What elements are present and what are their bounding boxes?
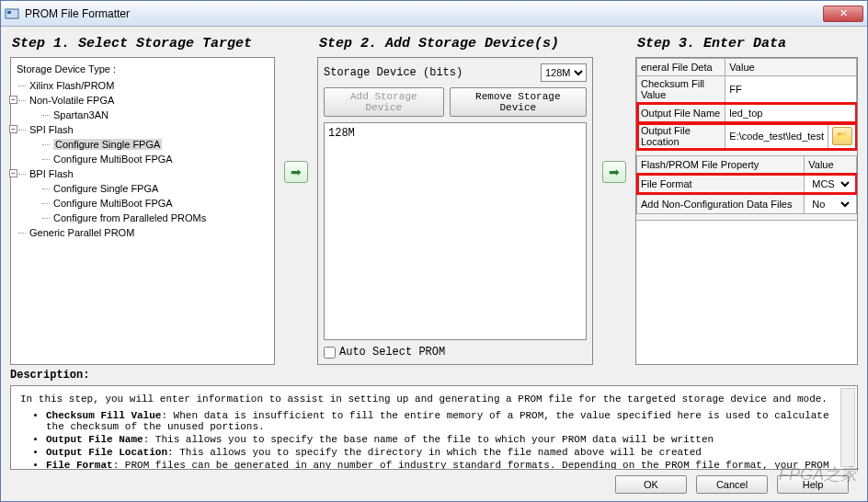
step3-panel: eneral File DetaValue Checksum Fill Valu… <box>635 57 858 365</box>
tree-item-selected: Configure Single FPGA <box>53 139 162 150</box>
arrow-right-icon: ➡ <box>609 165 620 179</box>
desc-bullet: Output File Location: This allows you to… <box>46 447 848 458</box>
arrow-right-icon: ➡ <box>291 165 302 179</box>
prop-label: File Format <box>637 174 805 194</box>
description-box: In this step, you will enter information… <box>10 385 858 470</box>
step2-header: Step 2. Add Storage Device(s) <box>317 32 593 57</box>
tree-item[interactable]: Spartan3AN <box>42 108 268 122</box>
prop-label: Output File Name <box>637 103 725 123</box>
desc-bullet: File Format: PROM files can be generated… <box>46 460 848 470</box>
close-button[interactable]: ✕ <box>823 6 863 22</box>
col-header: Value <box>725 59 857 76</box>
collapse-icon[interactable]: − <box>9 96 17 104</box>
checksum-input[interactable] <box>729 84 852 95</box>
window-title: PROM File Formatter <box>25 7 823 20</box>
output-location-input[interactable] <box>729 131 824 142</box>
step2-panel: Storage Device (bits) 128M Add Storage D… <box>317 57 593 365</box>
prop-label: Output File Location <box>637 123 725 150</box>
prop-label: Add Non-Configuration Data Files <box>637 194 805 214</box>
col-header: Value <box>805 156 857 174</box>
output-filename-input[interactable] <box>729 108 852 119</box>
tree-item[interactable]: Configure Single FPGA <box>42 137 268 152</box>
scrollbar[interactable] <box>840 388 855 467</box>
tree-item[interactable]: Configure MultiBoot FPGA <box>42 196 268 211</box>
collapse-icon[interactable]: − <box>9 125 17 133</box>
arrow-right-button[interactable]: ➡ <box>284 161 308 183</box>
general-file-table: eneral File DetaValue Checksum Fill Valu… <box>636 58 857 150</box>
remove-storage-button[interactable]: Remove Storage Device <box>450 87 587 117</box>
step1-panel: Storage Device Type : Xilinx Flash/PROM … <box>10 57 275 365</box>
arrow-right-button[interactable]: ➡ <box>602 161 626 183</box>
tree-item[interactable]: Configure MultiBoot FPGA <box>42 152 268 166</box>
help-button[interactable]: Help <box>777 475 849 494</box>
desc-bullet: Output File Name: This allows you to spe… <box>46 434 848 445</box>
file-format-select[interactable]: MCS <box>808 177 852 190</box>
ok-button[interactable]: OK <box>615 475 687 494</box>
titlebar: PROM File Formatter ✕ <box>1 1 867 27</box>
step1-header: Step 1. Select Storage Target <box>10 32 275 57</box>
file-property-table: Flash/PROM File PropertyValue File Forma… <box>636 155 857 214</box>
auto-select-checkbox[interactable] <box>324 347 336 359</box>
close-icon: ✕ <box>839 7 848 19</box>
nonconfig-select[interactable]: No <box>808 198 852 211</box>
tree-label: Storage Device Type : <box>17 63 268 74</box>
storage-list[interactable]: 128M <box>324 122 587 340</box>
folder-icon: 📁 <box>836 131 849 143</box>
storage-bits-label: Storage Device (bits) <box>324 66 535 79</box>
storage-bits-select[interactable]: 128M <box>541 63 587 82</box>
list-item[interactable]: 128M <box>328 127 582 140</box>
col-header: Flash/PROM File Property <box>637 156 805 174</box>
app-icon <box>5 6 19 21</box>
auto-select-label: Auto Select PROM <box>339 346 445 359</box>
cancel-button[interactable]: Cancel <box>696 475 768 494</box>
browse-folder-button[interactable]: 📁 <box>832 127 852 145</box>
collapse-icon[interactable]: − <box>9 169 17 177</box>
device-tree[interactable]: Xilinx Flash/PROM −Non-Volatile FPGA Spa… <box>17 78 268 240</box>
tree-item[interactable]: Generic Parallel PROM <box>18 225 268 240</box>
tree-item[interactable]: Configure from Paralleled PROMs <box>42 211 268 225</box>
description-label: Description: <box>10 369 858 382</box>
tree-item[interactable]: Configure Single FPGA <box>42 181 268 196</box>
tree-item[interactable]: −SPI Flash Configure Single FPGA Configu… <box>18 122 268 166</box>
tree-item[interactable]: Xilinx Flash/PROM <box>18 78 268 93</box>
tree-item[interactable]: −Non-Volatile FPGA Spartan3AN <box>18 93 268 122</box>
description-intro: In this step, you will enter information… <box>20 394 848 405</box>
desc-bullet: Checksum Fill Value: When data is insuff… <box>46 410 848 432</box>
prop-label: Checksum Fill Value <box>637 76 725 103</box>
tree-item[interactable]: −BPI Flash Configure Single FPGA Configu… <box>18 166 268 225</box>
svg-rect-1 <box>7 11 11 14</box>
step3-header: Step 3. Enter Data <box>635 32 858 57</box>
add-storage-button: Add Storage Device <box>324 87 444 117</box>
col-header: eneral File Deta <box>637 59 725 76</box>
